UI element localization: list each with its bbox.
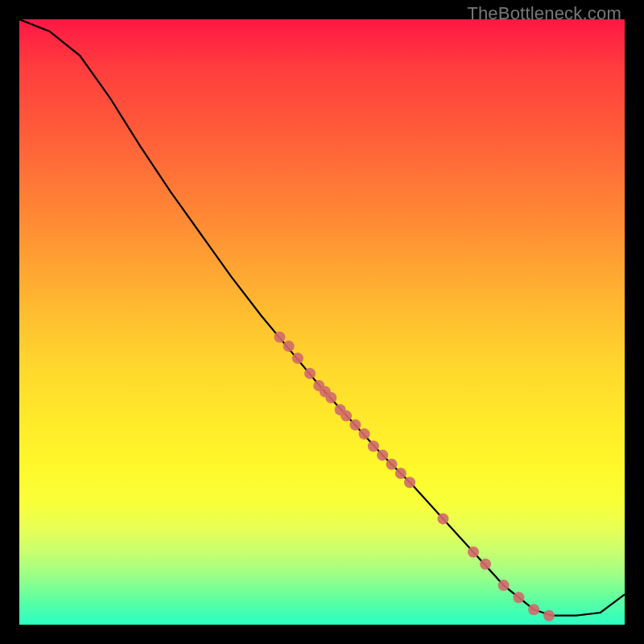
curve-marker (304, 368, 316, 379)
curve-marker (349, 419, 361, 431)
curve-marker (377, 449, 388, 460)
curve-markers (274, 332, 555, 621)
curve-marker (292, 353, 303, 364)
curve-marker (528, 604, 539, 615)
curve-marker (283, 341, 295, 352)
curve-marker (386, 459, 398, 470)
curve-marker (274, 332, 285, 343)
bottleneck-curve (19, 19, 625, 616)
chart-plot-area (19, 19, 625, 625)
curve-marker (404, 477, 415, 488)
curve-marker (513, 592, 524, 603)
curve-marker (395, 468, 407, 479)
curve-marker (480, 559, 491, 570)
chart-svg (19, 19, 625, 625)
curve-marker (341, 411, 352, 422)
curve-marker (498, 580, 510, 591)
curve-marker (359, 428, 370, 440)
curve-marker (543, 610, 555, 621)
watermark-text: TheBottleneck.com (467, 3, 621, 24)
curve-marker (325, 392, 336, 403)
curve-marker (437, 513, 448, 524)
curve-marker (468, 547, 479, 558)
curve-marker (368, 440, 379, 452)
